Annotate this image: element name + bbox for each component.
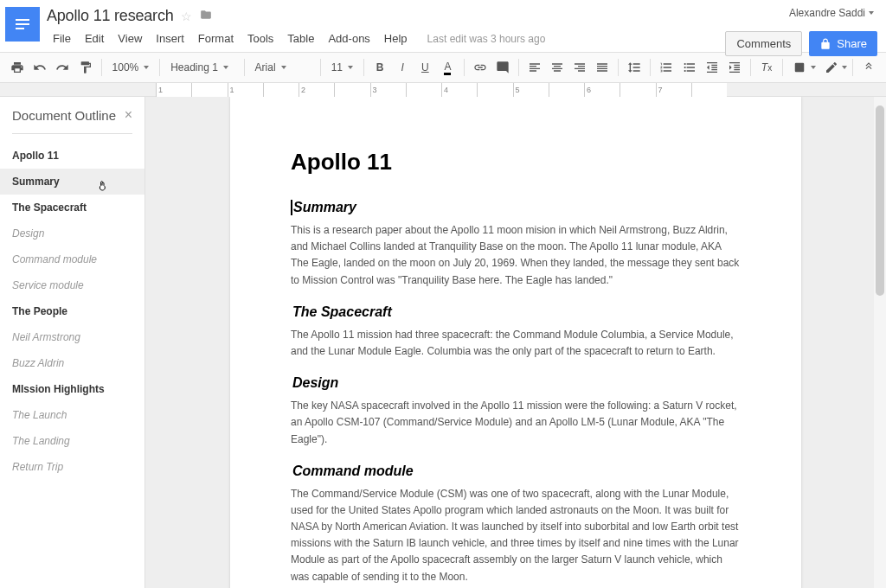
share-label: Share [837,37,867,50]
close-icon[interactable]: × [125,107,132,123]
divider [12,133,132,134]
document-title[interactable]: Apollo 11 research [47,7,174,25]
bold-icon[interactable]: B [369,56,390,79]
menu-bar: File Edit View Insert Format Tools Table… [47,29,725,48]
document-h1[interactable]: Apollo 11 [291,149,741,176]
account-menu[interactable]: Alexandre Saddi [789,7,877,19]
page[interactable]: Apollo 11 SummaryThis is a research pape… [230,97,801,588]
link-icon[interactable] [469,56,490,79]
outline-panel: Document Outline × Apollo 11SummaryThe S… [0,97,145,588]
outline-item[interactable]: Service module [0,272,144,298]
underline-icon[interactable]: U [414,56,435,79]
last-edit-text: Last edit was 3 hours ago [427,33,546,45]
print-icon[interactable] [7,56,28,79]
menu-insert[interactable]: Insert [150,29,190,48]
align-center-icon[interactable] [547,56,568,79]
zoom-dropdown[interactable]: 100% [107,56,155,79]
star-icon[interactable]: ☆ [181,10,192,23]
vertical-scrollbar[interactable] [874,97,886,588]
chevron-down-icon [869,11,874,15]
outline-item[interactable]: The Spacecraft [0,195,144,220]
outline-item[interactable]: The Launch [0,402,144,428]
undo-icon[interactable] [29,56,50,79]
style-dropdown[interactable]: Heading 1 [165,56,238,79]
svg-rect-1 [16,23,29,25]
comment-icon[interactable] [492,56,513,79]
section-body[interactable]: This is a research paper about the Apoll… [291,222,741,289]
section-body[interactable]: The key NASA spacecraft involved in the … [291,398,741,448]
bulleted-list-icon[interactable] [678,56,699,79]
app-header: Apollo 11 research ☆ File Edit View Inse… [0,0,886,52]
collapse-toolbar-icon[interactable] [858,56,879,79]
text-color-icon[interactable]: A [437,56,458,79]
redo-icon[interactable] [52,56,73,79]
align-right-icon[interactable] [569,56,590,79]
align-left-icon[interactable] [524,56,545,79]
outline-item[interactable]: Neil Armstrong [0,324,144,350]
menu-file[interactable]: File [47,29,77,48]
indent-increase-icon[interactable] [724,56,745,79]
paint-format-icon[interactable] [74,56,95,79]
section-heading[interactable]: The Spacecraft [291,304,741,320]
outline-item[interactable]: Design [0,220,144,246]
section-heading[interactable]: Design [291,375,741,391]
outline-title: Document Outline [12,108,116,123]
menu-help[interactable]: Help [378,29,414,48]
ruler: 11234567 [0,83,886,97]
menu-addons[interactable]: Add-ons [322,29,376,48]
outline-item[interactable]: MIssion Highlights [0,376,144,402]
comments-button[interactable]: Comments [725,31,802,56]
font-dropdown[interactable]: Arial [250,56,315,79]
svg-rect-0 [16,19,29,21]
numbered-list-icon[interactable] [656,56,677,79]
toolbar: 100% Heading 1 Arial 11 B I U A Tx [0,52,886,83]
document-area[interactable]: Apollo 11 SummaryThis is a research pape… [145,97,886,588]
outline-item[interactable]: Buzz Aldrin [0,350,144,376]
lock-icon [819,38,831,50]
align-justify-icon[interactable] [592,56,613,79]
outline-item[interactable]: The People [0,298,144,324]
outline-item[interactable]: Summary [0,169,144,195]
outline-item[interactable]: Apollo 11 [0,143,144,169]
outline-item[interactable]: Command module [0,246,144,272]
menu-view[interactable]: View [112,29,148,48]
docs-logo-icon[interactable] [5,7,40,42]
outline-item[interactable]: The Landing [0,428,144,454]
menu-edit[interactable]: Edit [79,29,110,48]
menu-table[interactable]: Table [281,29,320,48]
folder-icon[interactable] [199,9,213,24]
title-area: Apollo 11 research ☆ File Edit View Inse… [47,5,725,48]
section-body[interactable]: The Command/Service Module (CSM) was one… [291,486,741,585]
font-size-dropdown[interactable]: 11 [326,56,358,79]
outline-item[interactable]: Return Trip [0,454,144,480]
line-spacing-icon[interactable] [624,56,645,79]
section-heading[interactable]: Command module [291,463,741,479]
section-body[interactable]: The Apollo 11 mission had three spacecra… [291,327,741,360]
italic-icon[interactable]: I [392,56,413,79]
tools-dropdown-icon[interactable] [788,56,821,79]
share-button[interactable]: Share [809,31,877,56]
svg-rect-2 [16,28,24,29]
indent-decrease-icon[interactable] [702,56,722,79]
account-name: Alexandre Saddi [789,7,865,19]
menu-format[interactable]: Format [192,29,240,48]
editing-mode-icon[interactable] [825,56,847,79]
section-heading[interactable]: Summary [291,200,741,215]
header-right: Alexandre Saddi Comments Share [725,5,877,56]
clear-formatting-icon[interactable]: Tx [756,56,777,79]
menu-tools[interactable]: Tools [241,29,279,48]
svg-rect-3 [795,63,805,73]
scroll-thumb[interactable] [876,105,884,296]
